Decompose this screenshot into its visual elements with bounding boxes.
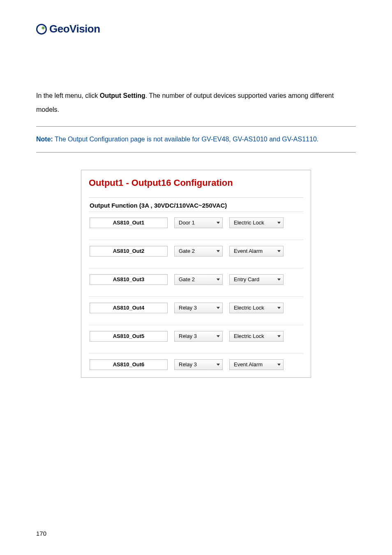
source-select[interactable]: Gate 2 (174, 246, 223, 257)
logo-icon (36, 24, 47, 35)
note-paragraph: Note: The Output Configuration page is n… (36, 132, 356, 146)
chevron-down-icon (277, 278, 281, 280)
output-name-input[interactable] (90, 303, 168, 313)
chevron-down-icon (277, 222, 281, 224)
chevron-down-icon (277, 250, 281, 252)
brand-name: GeoVision (49, 23, 100, 35)
chevron-down-icon (217, 335, 220, 337)
chevron-down-icon (277, 363, 281, 365)
output-name-input[interactable] (90, 217, 168, 228)
svg-point-1 (42, 26, 45, 29)
divider (36, 152, 356, 153)
select-value: Event Alarm (234, 248, 263, 254)
function-select[interactable]: Electric Lock (229, 303, 284, 313)
select-value: Door 1 (179, 220, 195, 226)
select-value: Relay 3 (179, 361, 197, 368)
intro-pre: In the left menu, click (36, 92, 100, 99)
output-name-input[interactable] (90, 274, 168, 285)
output-config-panel: Output1 - Output16 Configuration Output … (81, 170, 311, 378)
output-row: Relay 3 Electric Lock (89, 325, 303, 353)
svg-point-0 (37, 24, 46, 34)
brand-logo: GeoVision (36, 23, 356, 35)
select-value: Relay 3 (179, 333, 197, 339)
output-row: Gate 2 Entry Card (89, 268, 303, 296)
page-number: 170 (36, 530, 46, 537)
chevron-down-icon (277, 307, 281, 309)
intro-bold: Output Setting (100, 92, 145, 99)
source-select[interactable]: Relay 3 (174, 331, 223, 342)
chevron-down-icon (217, 278, 220, 280)
output-name-input[interactable] (90, 359, 168, 370)
chevron-down-icon (217, 222, 220, 224)
select-value: Electric Lock (234, 305, 264, 311)
chevron-down-icon (217, 363, 220, 365)
output-name-input[interactable] (90, 331, 168, 342)
output-row: Gate 2 Event Alarm (89, 240, 303, 268)
panel-subtitle: Output Function (3A , 30VDC/110VAC~250VA… (90, 202, 303, 209)
output-row: Relay 3 Event Alarm (89, 353, 303, 372)
source-select[interactable]: Relay 3 (174, 359, 223, 370)
function-select[interactable]: Electric Lock (229, 331, 284, 342)
function-select[interactable]: Electric Lock (229, 217, 284, 228)
output-name-input[interactable] (90, 246, 168, 257)
function-select[interactable]: Event Alarm (229, 359, 284, 370)
select-value: Event Alarm (234, 361, 263, 368)
select-value: Electric Lock (234, 333, 264, 339)
intro-paragraph: In the left menu, click Output Setting. … (36, 89, 356, 116)
note-body: The Output Configuration page is not ava… (53, 136, 318, 143)
note-label: Note: (36, 136, 53, 143)
source-select[interactable]: Gate 2 (174, 274, 223, 285)
select-value: Relay 3 (179, 305, 197, 311)
select-value: Electric Lock (234, 220, 264, 226)
chevron-down-icon (277, 335, 281, 337)
chevron-down-icon (217, 307, 220, 309)
select-value: Gate 2 (179, 276, 195, 282)
function-select[interactable]: Entry Card (229, 274, 284, 285)
output-row: Door 1 Electric Lock (89, 211, 303, 240)
panel-title: Output1 - Output16 Configuration (89, 178, 303, 188)
select-value: Entry Card (234, 276, 259, 282)
source-select[interactable]: Door 1 (174, 217, 223, 228)
chevron-down-icon (217, 250, 220, 252)
divider (36, 126, 356, 127)
source-select[interactable]: Relay 3 (174, 303, 223, 313)
select-value: Gate 2 (179, 248, 195, 254)
output-row: Relay 3 Electric Lock (89, 296, 303, 325)
function-select[interactable]: Event Alarm (229, 246, 284, 257)
